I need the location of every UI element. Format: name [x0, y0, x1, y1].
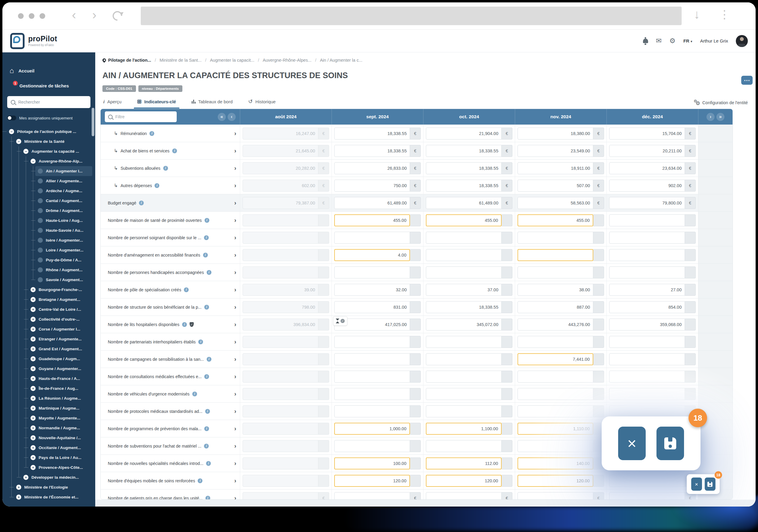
tree-expand-icon[interactable]: +: [31, 425, 36, 430]
info-icon[interactable]: i: [204, 305, 209, 310]
value-box[interactable]: 1,100.00: [426, 423, 501, 435]
messages-envelope-icon[interactable]: ✉: [656, 37, 662, 44]
info-icon[interactable]: i: [192, 392, 197, 396]
value-box[interactable]: [334, 405, 410, 417]
value-box[interactable]: 1,000.00: [334, 423, 410, 435]
tree-item[interactable]: +Martinique / Augme...: [28, 403, 92, 413]
row-expand-icon[interactable]: ›: [234, 321, 236, 328]
value-box[interactable]: 120.00: [518, 475, 593, 487]
tree-item[interactable]: +Nouvelle-Aquitaine /...: [28, 433, 92, 443]
window-minimize-button[interactable]: [29, 13, 34, 19]
info-icon[interactable]: i: [184, 287, 189, 292]
row-expand-icon[interactable]: ›: [234, 130, 236, 137]
value-box[interactable]: [518, 266, 593, 279]
tree-item[interactable]: +Occitanie / Augment...: [28, 443, 92, 453]
value-box[interactable]: 21,904.00: [426, 127, 501, 140]
sidebar-search-input[interactable]: Rechercher: [7, 96, 90, 108]
row-expand-icon[interactable]: ›: [234, 408, 236, 415]
settings-gear-icon[interactable]: ⚙: [669, 37, 676, 44]
value-box[interactable]: 507.00: [518, 180, 593, 192]
value-box[interactable]: 120.00: [334, 475, 410, 487]
language-selector[interactable]: FR ▾: [683, 38, 692, 44]
value-box[interactable]: 345,072.00: [426, 318, 501, 330]
filter-input[interactable]: Filtre: [105, 111, 177, 122]
sidebar-item-task-manager[interactable]: 1 Gestionnaire de tâches: [2, 81, 95, 91]
save-changes-button[interactable]: [705, 478, 715, 491]
tree-item[interactable]: Isère / Augmenter...: [35, 235, 92, 245]
tree-item[interactable]: −Ministère de la Santé: [14, 137, 92, 147]
row-expand-icon[interactable]: ›: [234, 147, 236, 154]
tab-indicateurs-cl-[interactable]: ⊞Indicateurs-clé: [136, 99, 177, 107]
tree-item[interactable]: −Pilotage de l'action publique ...: [7, 127, 92, 137]
breadcrumb-item[interactable]: Pilotage de l'action...: [102, 58, 151, 63]
tree-item[interactable]: +Pays de la Loire / Au...: [28, 453, 92, 463]
info-icon[interactable]: i: [204, 374, 209, 379]
value-box[interactable]: 750.00: [334, 180, 410, 192]
value-box[interactable]: [334, 440, 410, 452]
tree-collapse-icon[interactable]: −: [16, 139, 21, 144]
value-box[interactable]: [609, 405, 685, 417]
columns-prev-button[interactable]: ‹: [227, 113, 236, 121]
info-icon[interactable]: i: [155, 183, 159, 188]
value-box[interactable]: [334, 353, 410, 365]
value-box[interactable]: 359,068.00: [609, 318, 685, 330]
tree-item[interactable]: +Normandie / Augme...: [28, 423, 92, 433]
value-box[interactable]: 18,380.00: [518, 127, 593, 140]
address-bar[interactable]: [141, 7, 682, 25]
info-icon[interactable]: i: [203, 253, 208, 257]
columns-last-button[interactable]: »: [716, 113, 724, 121]
tree-expand-icon[interactable]: +: [16, 485, 21, 490]
tree-item[interactable]: +Etranger / Augmente...: [28, 334, 92, 344]
value-box[interactable]: 23,549.00: [518, 145, 593, 157]
row-expand-icon[interactable]: ›: [234, 425, 236, 432]
breadcrumb-item[interactable]: Augmenter la capacit...: [210, 58, 254, 63]
info-icon[interactable]: i: [205, 409, 210, 414]
row-expand-icon[interactable]: ›: [234, 165, 236, 172]
value-box[interactable]: [609, 371, 685, 382]
value-box[interactable]: [609, 215, 685, 226]
value-box[interactable]: [518, 249, 593, 261]
tree-item[interactable]: +Collectivité d'outre-...: [28, 315, 92, 324]
window-maximize-button[interactable]: [40, 13, 45, 19]
value-box[interactable]: [426, 266, 501, 279]
value-box[interactable]: 18,338.55: [426, 145, 501, 157]
value-box[interactable]: 887.00: [518, 301, 593, 313]
value-box[interactable]: [518, 440, 593, 452]
columns-next-button[interactable]: ›: [706, 113, 714, 121]
value-box[interactable]: [609, 492, 685, 500]
value-box[interactable]: 4.00: [334, 249, 410, 261]
tree-collapse-icon[interactable]: −: [9, 129, 14, 134]
value-box[interactable]: 18,338.55: [426, 162, 501, 174]
value-box[interactable]: 18,338.55: [426, 180, 501, 192]
value-box[interactable]: 7,441.00: [518, 353, 593, 365]
browser-refresh-icon[interactable]: [111, 9, 124, 22]
value-box[interactable]: 831.00: [334, 301, 410, 313]
value-box[interactable]: [609, 353, 685, 365]
save-changes-button[interactable]: [656, 427, 684, 460]
tree-item[interactable]: Haute-Loire / Aug...: [35, 216, 92, 225]
tree-expand-icon[interactable]: +: [31, 435, 36, 440]
value-box[interactable]: [334, 492, 410, 500]
tree-expand-icon[interactable]: +: [31, 356, 36, 361]
row-expand-icon[interactable]: ›: [234, 460, 236, 467]
row-expand-icon[interactable]: ›: [234, 217, 236, 224]
tab-tableaux-de-bord[interactable]: Tableaux de bord: [191, 99, 234, 107]
tree-expand-icon[interactable]: +: [31, 416, 36, 421]
value-box[interactable]: [426, 492, 501, 500]
browser-back-icon[interactable]: ‹: [72, 8, 76, 22]
tree-collapse-icon[interactable]: −: [31, 159, 36, 164]
tree-item[interactable]: +Bourgogne-Franche-...: [28, 285, 92, 295]
tree-item[interactable]: +Ministère de l'Économie et...: [14, 492, 92, 502]
tree-expand-icon[interactable]: +: [31, 445, 36, 450]
tree-item[interactable]: +Hauts-de-France / A...: [28, 374, 92, 383]
tab-historique[interactable]: ↺Historique: [247, 99, 277, 107]
value-box[interactable]: 100.00: [334, 457, 410, 469]
info-icon[interactable]: i: [139, 201, 144, 205]
breadcrumb-item[interactable]: Ministère de la Sant...: [160, 58, 202, 63]
value-box[interactable]: 120.00: [426, 475, 501, 487]
value-box[interactable]: [609, 266, 685, 279]
value-box[interactable]: [609, 232, 685, 244]
row-expand-icon[interactable]: ›: [234, 199, 236, 206]
tree-expand-icon[interactable]: +: [31, 307, 36, 312]
browser-forward-icon[interactable]: ›: [92, 8, 96, 22]
